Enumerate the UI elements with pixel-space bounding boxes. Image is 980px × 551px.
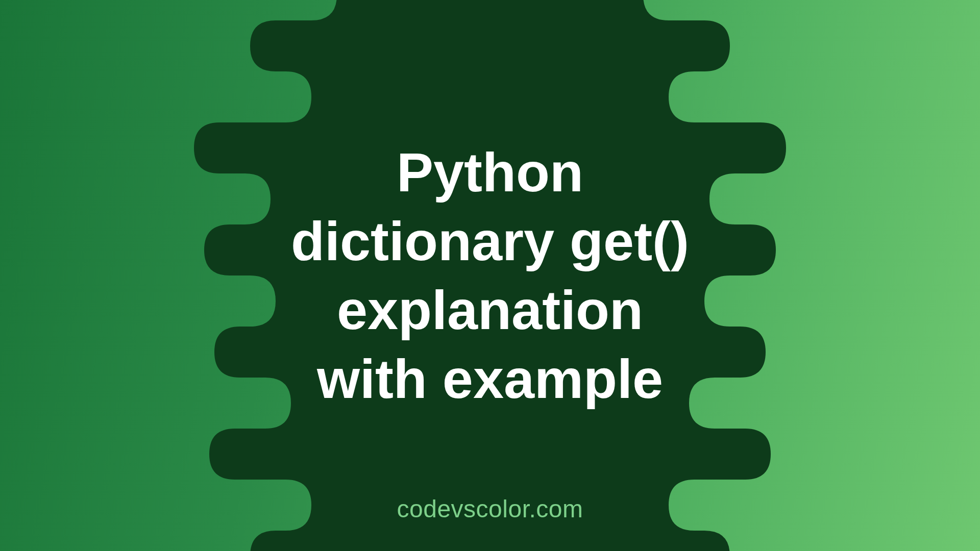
main-title: Python dictionary get() explanation with… <box>291 138 689 413</box>
footer-site-url: codevscolor.com <box>397 495 583 523</box>
